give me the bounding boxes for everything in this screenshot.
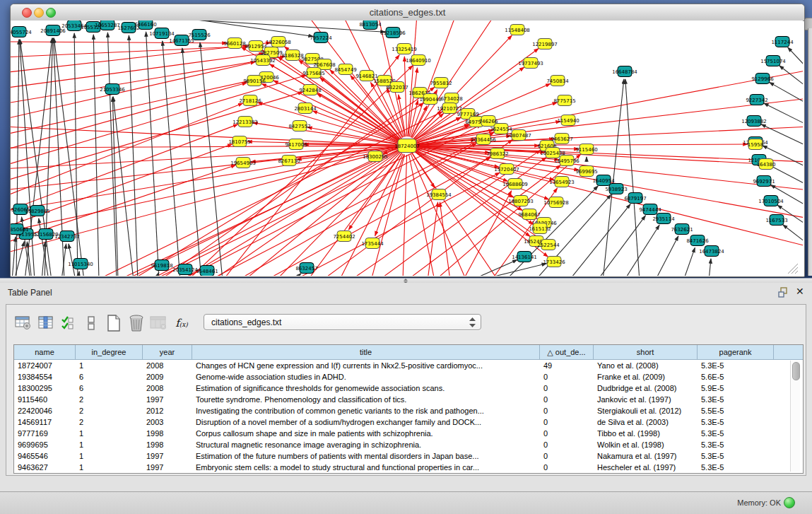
graph-edge[interactable] — [307, 153, 401, 276]
graph-node[interactable]: 18640910 — [406, 55, 431, 66]
graph-edge[interactable] — [12, 237, 16, 276]
graph-edge[interactable] — [416, 146, 803, 162]
graph-node[interactable]: 164380 — [757, 159, 776, 170]
graph-edge[interactable] — [11, 146, 398, 190]
window-titlebar[interactable]: citations_edges.txt — [11, 4, 804, 21]
network-graph[interactable]: 1405572420891406205334641055325710653287… — [11, 21, 803, 276]
graph-node[interactable]: 1735444 — [361, 238, 384, 249]
graph-node[interactable]: 9242848 — [299, 85, 321, 95]
graph-edge[interactable] — [764, 103, 803, 125]
graph-node[interactable]: 9619818 — [151, 260, 172, 271]
column-header-year[interactable]: year — [143, 345, 192, 359]
graph-edge[interactable] — [253, 123, 398, 144]
graph-edge[interactable] — [182, 48, 201, 276]
graph-edge[interactable] — [16, 40, 19, 276]
graph-node[interactable]: 10719134 — [149, 28, 175, 39]
table-scrollbar[interactable] — [790, 361, 800, 472]
graph-node[interactable]: 1167533 — [765, 215, 787, 226]
graph-edge[interactable] — [45, 38, 53, 276]
graph-node[interactable]: 19218596 — [380, 28, 406, 38]
graph-edge[interactable] — [625, 79, 640, 276]
graph-node[interactable]: 19654903 — [230, 158, 256, 168]
graph-edge[interactable] — [107, 33, 117, 276]
table-row[interactable]: 1938455462009Genome-wide association stu… — [14, 371, 803, 382]
table-row[interactable]: 969969511998Structural magnetic resonanc… — [14, 439, 803, 450]
graph-edge[interactable] — [212, 151, 399, 276]
graph-node[interactable]: 8775715 — [553, 95, 575, 106]
new-table-icon[interactable] — [102, 313, 125, 334]
graph-edge[interactable] — [11, 148, 398, 233]
table-row[interactable]: 1830029562008Estimation of significance … — [14, 382, 803, 394]
table-row[interactable]: 911546021997Tourette syndrome. Phenomeno… — [14, 394, 803, 405]
graph-node[interactable]: 8454749 — [334, 64, 356, 75]
graph-node[interactable]: 7254402 — [333, 231, 355, 242]
table-row[interactable]: 946362711997Embryonic stem cells: a mode… — [14, 462, 803, 473]
graph-node[interactable]: 9548461 — [196, 266, 218, 276]
graph-node[interactable]: 10688609 — [502, 179, 528, 189]
graph-edge[interactable] — [117, 149, 399, 276]
table-row[interactable]: 977716911998Corpus callosum shape and si… — [14, 428, 803, 439]
graph-edge[interactable] — [93, 35, 99, 276]
column-header-pagerank[interactable]: pagerank — [698, 345, 774, 359]
graph-node[interactable]: 12219897 — [532, 39, 558, 49]
column-visibility-icon[interactable] — [57, 313, 80, 334]
graph-node[interactable]: 15958 — [748, 139, 763, 150]
table-select-dropdown[interactable]: citations_edges.txt — [204, 314, 481, 330]
graph-edge[interactable] — [624, 225, 659, 276]
graph-node[interactable]: 9684067 — [518, 209, 540, 220]
graph-node[interactable]: 16648784 — [612, 66, 637, 77]
memory-status-icon[interactable] — [784, 497, 795, 508]
graph-node[interactable]: 1117244 — [771, 37, 794, 47]
graph-edge[interactable] — [411, 21, 456, 137]
graph-node[interactable]: 8471626 — [686, 235, 709, 246]
table-body[interactable]: 1872400712008Changes of HCN gene express… — [14, 360, 803, 473]
graph-edge[interactable] — [569, 204, 630, 276]
graph-node[interactable]: 8186328 — [281, 50, 303, 61]
graph-node[interactable]: 2718126 — [239, 95, 261, 106]
graph-edge[interactable] — [779, 66, 803, 88]
column-header-title[interactable]: title — [192, 345, 540, 359]
network-canvas[interactable]: 1405572420891406205334641055325710653287… — [11, 21, 803, 276]
graph-node[interactable]: 9129966 — [751, 74, 774, 84]
float-window-icon[interactable] — [778, 287, 789, 298]
graph-node[interactable]: 7632621 — [671, 224, 693, 235]
table-row[interactable]: 1872400712008Changes of HCN gene express… — [14, 360, 803, 371]
graph-node[interactable]: 2803144 — [294, 103, 317, 114]
graph-node[interactable]: 12093882 — [741, 116, 767, 127]
graph-node[interactable]: 15751074 — [760, 56, 786, 66]
graph-edge[interactable] — [20, 40, 35, 276]
column-header-out_de[interactable]: △ out_de... — [540, 345, 594, 359]
graph-node[interactable]: 6734028 — [440, 93, 462, 104]
graph-edge[interactable] — [683, 247, 695, 276]
graph-edge[interactable] — [339, 154, 403, 276]
graph-edge[interactable] — [293, 274, 301, 276]
graph-edge[interactable] — [788, 47, 803, 69]
graph-edge[interactable] — [416, 70, 803, 144]
column-header-in_degree[interactable]: in_degree — [76, 345, 143, 359]
graph-edge[interactable] — [11, 103, 243, 197]
row-selector-icon[interactable] — [80, 313, 102, 334]
graph-edge[interactable] — [293, 173, 500, 276]
graph-node[interactable]: 7957224 — [310, 33, 332, 43]
graph-hub-node[interactable]: 18724007 — [394, 139, 420, 153]
graph-edge[interactable] — [163, 41, 180, 276]
graph-node[interactable]: 2935114 — [652, 214, 675, 224]
graph-edge[interactable] — [131, 103, 424, 276]
graph-edge[interactable] — [25, 38, 52, 276]
column-select-icon[interactable] — [35, 313, 57, 334]
graph-node[interactable]: 9699695 — [575, 166, 597, 177]
graph-edge[interactable] — [74, 33, 78, 276]
graph-node[interactable]: 9474444 — [639, 204, 661, 215]
graph-edge[interactable] — [403, 155, 407, 276]
graph-node[interactable]: 18226058 — [266, 37, 291, 47]
column-header-short[interactable]: short — [594, 345, 698, 359]
graph-edge[interactable] — [428, 202, 438, 276]
table-settings-icon[interactable] — [12, 313, 35, 334]
graph-edge[interactable] — [412, 153, 498, 276]
graph-node[interactable]: 14055724 — [11, 27, 32, 37]
graph-edge[interactable] — [129, 35, 138, 276]
close-panel-icon[interactable]: ✕ — [796, 286, 804, 297]
delete-trash-icon[interactable] — [125, 313, 148, 334]
scrollbar-thumb[interactable] — [792, 362, 800, 380]
graph-node[interactable]: 21053346 — [100, 84, 125, 95]
